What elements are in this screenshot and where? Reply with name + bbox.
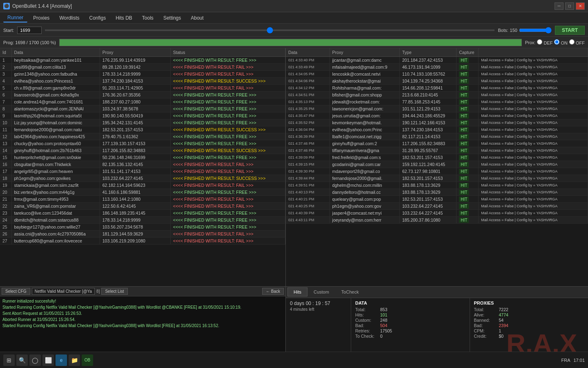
table-row: 23 tarekuco@live.com:123456dat 186.148.1… xyxy=(0,210,285,217)
tab-tocheck[interactable]: ToCheck xyxy=(335,287,365,296)
cell-status: <<<< FINISHED WITH RESULT: FAIL >>> xyxy=(170,203,285,210)
table-row: 10 Liz.jay.young@hotmail.com:dominic 195… xyxy=(0,119,285,126)
select-list-button[interactable]: Select List xyxy=(101,288,127,295)
start-input[interactable] xyxy=(17,27,42,34)
taskbar-search[interactable]: 🔍 xyxy=(16,355,28,366)
rcell-capture: Mail Access = False | Config by = YASHVI… xyxy=(479,161,588,168)
table-row: 021 4:35:25 PM lawsonericjon@gmail.com: … xyxy=(286,105,588,112)
rcell-time: 021 4:33:49 PM xyxy=(286,64,330,71)
rcell-data: jjcantar@gmail.com:damc xyxy=(330,57,399,64)
stat-total-value: 853 xyxy=(380,307,388,312)
off-radio-label[interactable]: OFF xyxy=(569,39,585,45)
proxy-banned-value: 54 xyxy=(499,318,504,323)
prog-label: Prog: 1698 / 1700 (100 %) xyxy=(3,40,56,45)
rcell-proxy: 110.74.193.108:55762 xyxy=(399,71,456,78)
tab-custom[interactable]: Custom xyxy=(307,287,335,296)
rcell-type: HIT xyxy=(457,78,479,85)
menu-item-tools[interactable]: Tools xyxy=(138,14,158,22)
rcell-time: 021 4:43:11 PM xyxy=(286,217,330,224)
rcell-proxy: 183.88.178.13:3629 xyxy=(399,182,456,189)
rcell-data: evilhea@yahoo.com:Princ xyxy=(330,126,399,133)
left-table-scroll[interactable]: Id Data Proxy Status 1 heyitsaikaa@gmail… xyxy=(0,48,285,286)
taskbar-explorer[interactable]: 📁 xyxy=(69,355,80,366)
rcell-data: tiffanymauerrivera@gma xyxy=(330,147,399,154)
right-table-scroll[interactable]: Data Proxy Type Capture 021 4:33:40 PM j… xyxy=(286,48,588,286)
taskbar-edge[interactable]: e xyxy=(56,355,67,366)
taskbar-start[interactable]: ⊞ xyxy=(3,355,15,366)
cell-id: 5 xyxy=(0,85,11,92)
rcell-capture: Mail Access = False | Config by = YASHVI… xyxy=(479,189,588,196)
log-toolbar: Select CFG Netflix Valid Mail Checker [@… xyxy=(0,287,285,296)
rcell-capture: Mail Access = False | Config by = YASHVI… xyxy=(479,85,588,92)
proxy-credit-label: Credit: xyxy=(474,334,497,339)
back-button[interactable]: ← Back xyxy=(262,288,284,295)
select-cfg-button[interactable]: Select CFG xyxy=(2,288,30,295)
slider[interactable] xyxy=(45,29,494,31)
taskbar-cortana[interactable]: ◯ xyxy=(29,355,41,366)
cell-id: 24 xyxy=(0,217,11,224)
proxy-alive-value: 4774 xyxy=(499,312,508,317)
rcell-time: 021 4:39:09 PM xyxy=(286,154,330,161)
cell-status: <<<< FINISHED WITH RESULT: FAIL >>> xyxy=(170,71,285,78)
rcell-type: HIT xyxy=(457,112,479,119)
table-row: 021 4:39:09 PM fred.freifeld@gmail.com:s… xyxy=(286,154,588,161)
def-radio[interactable] xyxy=(537,39,542,45)
prog-bar-fill xyxy=(60,39,521,46)
menu-item-hits-db[interactable]: Hits DB xyxy=(111,14,136,22)
table-row: 2 yesil99@gmail.com:cilita13 89.28.120.1… xyxy=(0,64,285,71)
right-table-area: Data Proxy Type Capture 021 4:33:40 PM j… xyxy=(286,48,588,286)
proxy-cpm-label: CPM: xyxy=(474,328,497,333)
rcell-data: lawsonericjon@gmail.com: xyxy=(330,105,399,112)
rcell-time: 021 4:40:21 PM xyxy=(286,196,330,203)
on-radio[interactable] xyxy=(554,39,559,45)
rcell-data: mfaisalmajeed@gmail.com:9 xyxy=(330,64,399,71)
rcell-time: 021 4:39:44 PM xyxy=(286,175,330,182)
maximize-button[interactable]: □ xyxy=(565,2,574,10)
cell-proxy: 122.50.6.42:4145 xyxy=(100,203,170,210)
menu-item-runner[interactable]: Runner xyxy=(3,13,27,22)
off-radio[interactable] xyxy=(569,39,575,45)
rcell-time: 021 4:39:15 PM xyxy=(286,161,330,168)
cell-proxy: 178.33.14.218:9999 xyxy=(100,217,170,224)
rcell-type: HIT xyxy=(457,71,479,78)
rcell-time: 021 4:40:39 PM xyxy=(286,210,330,217)
bots-slider[interactable] xyxy=(519,27,552,34)
left-table-body: 1 heyitsaikaa@gmail.com:yankee101 176.23… xyxy=(0,57,285,245)
menu-item-configs[interactable]: Configs xyxy=(85,14,110,22)
tab-hits[interactable]: Hits xyxy=(287,287,307,296)
rcell-type: HIT xyxy=(457,85,479,92)
rcell-capture: Mail Access = False | Config by = YASHVI… xyxy=(479,112,588,119)
cell-data: dbmitch@hotmail.com:sstarcus88 xyxy=(11,217,100,224)
taskbar-taskview[interactable]: ⬜ xyxy=(42,355,54,366)
start-button[interactable]: START xyxy=(555,26,585,35)
left-table-area: Id Data Proxy Status 1 heyitsaikaa@gmail… xyxy=(0,48,286,286)
stat-hits-value: 101 xyxy=(380,312,388,317)
table-row: 021 4:34:06 PM akshaytherockstar@gmai 10… xyxy=(286,78,588,85)
rcell-type: HIT xyxy=(457,140,479,147)
rcell-data: ph1egm@yahoo.com:gov xyxy=(330,203,399,210)
menu-item-proxies[interactable]: Proxies xyxy=(29,14,53,22)
stat-retries-value: 17505 xyxy=(380,328,392,333)
rcell-time: 021 4:34:05 PM xyxy=(286,71,330,78)
minimize-button[interactable]: ─ xyxy=(555,2,564,10)
rcell-time: 021 4:39:30 PM xyxy=(286,168,330,175)
slider-container xyxy=(45,29,494,31)
rcell-capture: Mail Access = False | Config by = YASHVI… xyxy=(479,210,588,217)
cell-id: 27 xyxy=(0,238,11,245)
menu-item-settings[interactable]: Settings xyxy=(159,14,185,22)
close-button[interactable]: ✕ xyxy=(576,2,585,10)
rcell-data: dghelm@mchsi.com:millin xyxy=(330,182,399,189)
menu-item-about[interactable]: About xyxy=(187,14,207,22)
cell-data: assia.cni@yahoo.com:4c279705086a xyxy=(11,231,100,238)
menu-item-wordlists[interactable]: Wordlists xyxy=(55,14,83,22)
on-radio-label[interactable]: ON xyxy=(554,39,568,45)
table-row: 021 4:35:47 PM jesus.urrutia@gmail.com: … xyxy=(286,112,588,119)
cell-proxy: 176.36.20.67:35356 xyxy=(100,92,170,99)
col-data: Data xyxy=(11,48,100,57)
rcell-data: joeyrandy@msn.com:herr xyxy=(330,217,399,224)
def-radio-label[interactable]: DEF xyxy=(537,39,552,45)
taskbar-app1[interactable]: OB xyxy=(82,355,93,366)
proxy-bad-label: Bad: xyxy=(474,323,497,328)
prog-bar xyxy=(59,39,522,46)
rcell-time: 021 4:34:06 PM xyxy=(286,78,330,85)
